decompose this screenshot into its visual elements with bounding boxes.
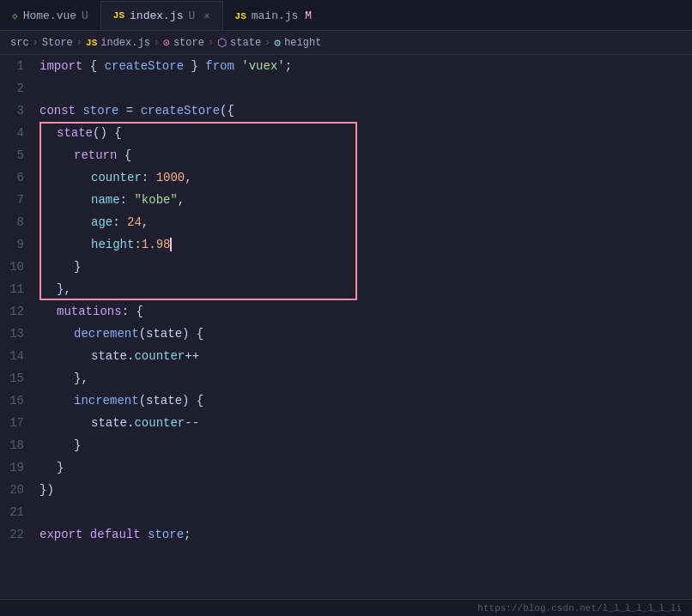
code-line-2 <box>39 77 692 100</box>
tab-label: index.js <box>130 9 183 22</box>
tab-home-vue[interactable]: ◇ Home.vue U <box>0 1 100 30</box>
bc-index-js: index.js <box>100 37 150 49</box>
bc-height-label: height <box>284 37 321 49</box>
code-line-1: import { createStore } from 'vuex'; <box>39 55 692 77</box>
tab-close-button[interactable]: ✕ <box>203 9 209 22</box>
code-line-9: height:1.98 <box>39 233 692 256</box>
tab-label: main.js <box>252 9 299 22</box>
tab-main-js[interactable]: JS main.js M <box>223 1 325 30</box>
bc-height-icon: ⚙ <box>274 36 281 50</box>
tab-modified-badge: U <box>82 10 88 21</box>
code-line-7: name: "kobe", <box>39 189 692 211</box>
code-line-20: }) <box>39 479 692 501</box>
bc-store-icon: ⊙ <box>163 36 170 50</box>
bc-src: src <box>10 37 29 49</box>
js-icon: JS <box>113 10 124 21</box>
tab-bar: ◇ Home.vue U JS index.js U ✕ JS main.js … <box>0 0 692 31</box>
code-line-16: increment(state) { <box>39 390 692 412</box>
code-area[interactable]: import { createStore } from 'vuex'; cons… <box>39 55 692 599</box>
tab-badge: U <box>188 9 195 22</box>
code-line-12: mutations: { <box>39 300 692 323</box>
code-line-6: counter: 1000, <box>39 166 692 189</box>
line-numbers: 1 2 3 4 5 6 7 8 9 10 11 12 13 14 15 16 1… <box>0 55 39 599</box>
breadcrumb: src › Store › JS index.js › ⊙ store › ⬡ … <box>0 31 692 55</box>
code-line-13: decrement(state) { <box>39 323 692 345</box>
vue-icon: ◇ <box>12 10 18 21</box>
code-line-22: export default store; <box>39 523 692 546</box>
status-bar: https://blog.csdn.net/l_l_l_l_l_l_li <box>0 599 692 616</box>
code-line-17: state.counter-- <box>39 412 692 434</box>
code-line-10: } <box>39 256 692 278</box>
bc-js-label: JS <box>86 38 97 48</box>
code-line-11: }, <box>39 278 692 300</box>
code-line-5: return { <box>39 144 692 166</box>
code-line-15: }, <box>39 367 692 390</box>
code-line-8: age: 24, <box>39 211 692 233</box>
status-url: https://blog.csdn.net/l_l_l_l_l_l_li <box>477 603 682 613</box>
bc-store-label: store <box>173 37 204 49</box>
text-cursor <box>170 238 172 251</box>
editor: 1 2 3 4 5 6 7 8 9 10 11 12 13 14 15 16 1… <box>0 55 692 599</box>
bc-state-icon: ⬡ <box>217 36 227 50</box>
js-main-icon: JS <box>235 11 246 21</box>
code-line-19: } <box>39 456 692 479</box>
code-line-21 <box>39 501 692 523</box>
bc-store: Store <box>42 37 73 49</box>
tab-badge: M <box>305 9 312 22</box>
code-line-3: const store = createStore({ <box>39 100 692 122</box>
code-line-14: state.counter++ <box>39 345 692 367</box>
tab-index-js[interactable]: JS index.js U ✕ <box>100 1 223 30</box>
tab-label: Home.vue <box>23 9 76 22</box>
code-line-18: } <box>39 434 692 456</box>
bc-state-label: state <box>230 37 261 49</box>
code-line-4: state() { <box>39 122 692 144</box>
